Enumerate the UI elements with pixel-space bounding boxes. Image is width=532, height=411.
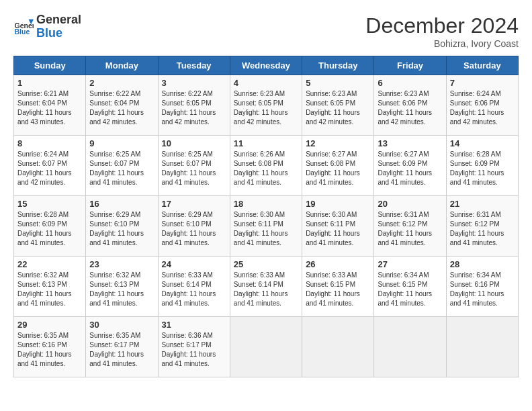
calendar-day-cell: 7 Sunrise: 6:24 AMSunset: 6:06 PMDayligh… [446,75,518,136]
day-info: Sunrise: 6:33 AMSunset: 6:15 PMDaylight:… [306,271,370,308]
day-info: Sunrise: 6:28 AMSunset: 6:09 PMDaylight:… [450,150,515,187]
calendar-week-row: 22 Sunrise: 6:32 AMSunset: 6:13 PMDaylig… [14,257,519,317]
calendar-day-cell: 22 Sunrise: 6:32 AMSunset: 6:13 PMDaylig… [14,257,86,317]
day-number: 16 [89,199,154,209]
calendar-day-cell: 10 Sunrise: 6:25 AMSunset: 6:07 PMDaylig… [158,136,230,196]
calendar-day-cell: 17 Sunrise: 6:29 AMSunset: 6:10 PMDaylig… [158,196,230,257]
calendar-table: SundayMondayTuesdayWednesdayThursdayFrid… [13,56,519,377]
day-info: Sunrise: 6:25 AMSunset: 6:07 PMDaylight:… [162,150,226,187]
day-info: Sunrise: 6:22 AMSunset: 6:04 PMDaylight:… [89,89,154,127]
calendar-day-cell [230,317,302,377]
calendar-day-cell: 11 Sunrise: 6:26 AMSunset: 6:08 PMDaylig… [230,136,302,196]
calendar-day-cell: 6 Sunrise: 6:23 AMSunset: 6:06 PMDayligh… [374,75,446,136]
day-info: Sunrise: 6:29 AMSunset: 6:10 PMDaylight:… [89,210,154,248]
day-number: 28 [450,259,515,269]
logo-icon: General Blue [13,17,34,37]
day-info: Sunrise: 6:28 AMSunset: 6:09 PMDaylight:… [17,210,82,248]
day-info: Sunrise: 6:34 AMSunset: 6:16 PMDaylight:… [450,271,515,308]
day-number: 24 [162,259,226,269]
day-info: Sunrise: 6:22 AMSunset: 6:05 PMDaylight:… [162,89,226,127]
day-number: 5 [306,78,370,88]
calendar-day-cell: 21 Sunrise: 6:31 AMSunset: 6:12 PMDaylig… [446,196,518,257]
logo-name: General Blue [36,13,81,40]
day-number: 13 [378,138,442,148]
day-info: Sunrise: 6:30 AMSunset: 6:11 PMDaylight:… [234,210,298,248]
day-info: Sunrise: 6:31 AMSunset: 6:12 PMDaylight:… [450,210,515,248]
day-number: 20 [378,199,442,209]
calendar-day-cell: 16 Sunrise: 6:29 AMSunset: 6:10 PMDaylig… [86,196,158,257]
day-info: Sunrise: 6:27 AMSunset: 6:08 PMDaylight:… [306,150,370,187]
day-number: 1 [17,78,82,88]
calendar-body: 1 Sunrise: 6:21 AMSunset: 6:04 PMDayligh… [14,75,519,377]
calendar-day-cell: 8 Sunrise: 6:24 AMSunset: 6:07 PMDayligh… [14,136,86,196]
day-info: Sunrise: 6:21 AMSunset: 6:04 PMDaylight:… [17,89,82,127]
day-number: 18 [234,199,298,209]
day-number: 19 [306,199,370,209]
day-number: 14 [450,138,515,148]
calendar-day-cell: 1 Sunrise: 6:21 AMSunset: 6:04 PMDayligh… [14,75,86,136]
svg-text:Blue: Blue [15,27,30,35]
calendar-day-cell: 13 Sunrise: 6:27 AMSunset: 6:09 PMDaylig… [374,136,446,196]
calendar-day-cell: 25 Sunrise: 6:33 AMSunset: 6:14 PMDaylig… [230,257,302,317]
calendar-day-cell: 18 Sunrise: 6:30 AMSunset: 6:11 PMDaylig… [230,196,302,257]
day-info: Sunrise: 6:25 AMSunset: 6:07 PMDaylight:… [89,150,154,187]
calendar-day-cell: 19 Sunrise: 6:30 AMSunset: 6:11 PMDaylig… [302,196,374,257]
day-info: Sunrise: 6:24 AMSunset: 6:06 PMDaylight:… [450,89,515,127]
day-number: 8 [17,138,82,148]
day-number: 30 [89,320,154,330]
day-info: Sunrise: 6:23 AMSunset: 6:06 PMDaylight:… [378,89,442,127]
day-info: Sunrise: 6:26 AMSunset: 6:08 PMDaylight:… [234,150,298,187]
calendar-day-cell: 4 Sunrise: 6:23 AMSunset: 6:05 PMDayligh… [230,75,302,136]
day-number: 6 [378,78,442,88]
calendar-day-cell: 3 Sunrise: 6:22 AMSunset: 6:05 PMDayligh… [158,75,230,136]
calendar-day-cell: 15 Sunrise: 6:28 AMSunset: 6:09 PMDaylig… [14,196,86,257]
day-number: 7 [450,78,515,88]
day-number: 27 [378,259,442,269]
day-number: 9 [89,138,154,148]
calendar-week-row: 8 Sunrise: 6:24 AMSunset: 6:07 PMDayligh… [14,136,519,196]
day-number: 21 [450,199,515,209]
day-info: Sunrise: 6:30 AMSunset: 6:11 PMDaylight:… [306,210,370,248]
calendar-week-row: 1 Sunrise: 6:21 AMSunset: 6:04 PMDayligh… [14,75,519,136]
day-info: Sunrise: 6:34 AMSunset: 6:15 PMDaylight:… [378,271,442,308]
day-info: Sunrise: 6:36 AMSunset: 6:17 PMDaylight:… [162,331,226,369]
day-number: 23 [89,259,154,269]
day-number: 31 [162,320,226,330]
day-of-week-header: Sunday [14,56,86,75]
calendar-day-cell: 14 Sunrise: 6:28 AMSunset: 6:09 PMDaylig… [446,136,518,196]
day-info: Sunrise: 6:23 AMSunset: 6:05 PMDaylight:… [234,89,298,127]
day-number: 17 [162,199,226,209]
calendar-day-cell: 23 Sunrise: 6:32 AMSunset: 6:13 PMDaylig… [86,257,158,317]
calendar-week-row: 15 Sunrise: 6:28 AMSunset: 6:09 PMDaylig… [14,196,519,257]
day-info: Sunrise: 6:33 AMSunset: 6:14 PMDaylight:… [162,271,226,308]
day-info: Sunrise: 6:27 AMSunset: 6:09 PMDaylight:… [378,150,442,187]
page-header: General Blue General Blue December 2024 … [13,13,519,49]
day-info: Sunrise: 6:35 AMSunset: 6:16 PMDaylight:… [17,331,82,369]
calendar-week-row: 29 Sunrise: 6:35 AMSunset: 6:16 PMDaylig… [14,317,519,377]
logo: General Blue General Blue [13,13,81,40]
day-of-week-header: Monday [86,56,158,75]
day-of-week-header: Tuesday [158,56,230,75]
day-info: Sunrise: 6:31 AMSunset: 6:12 PMDaylight:… [378,210,442,248]
day-info: Sunrise: 6:29 AMSunset: 6:10 PMDaylight:… [162,210,226,248]
day-info: Sunrise: 6:33 AMSunset: 6:14 PMDaylight:… [234,271,298,308]
day-number: 3 [162,78,226,88]
day-of-week-header: Wednesday [230,56,302,75]
title-block: December 2024 Bohizra, Ivory Coast [365,13,519,49]
day-info: Sunrise: 6:32 AMSunset: 6:13 PMDaylight:… [89,271,154,308]
calendar-day-cell: 26 Sunrise: 6:33 AMSunset: 6:15 PMDaylig… [302,257,374,317]
day-number: 29 [17,320,82,330]
day-info: Sunrise: 6:23 AMSunset: 6:05 PMDaylight:… [306,89,370,127]
day-info: Sunrise: 6:24 AMSunset: 6:07 PMDaylight:… [17,150,82,187]
calendar-day-cell: 28 Sunrise: 6:34 AMSunset: 6:16 PMDaylig… [446,257,518,317]
calendar-day-cell [446,317,518,377]
day-number: 25 [234,259,298,269]
calendar-day-cell: 12 Sunrise: 6:27 AMSunset: 6:08 PMDaylig… [302,136,374,196]
day-number: 26 [306,259,370,269]
calendar-day-cell: 2 Sunrise: 6:22 AMSunset: 6:04 PMDayligh… [86,75,158,136]
calendar-day-cell: 20 Sunrise: 6:31 AMSunset: 6:12 PMDaylig… [374,196,446,257]
calendar-day-cell: 24 Sunrise: 6:33 AMSunset: 6:14 PMDaylig… [158,257,230,317]
day-number: 22 [17,259,82,269]
calendar-day-cell: 29 Sunrise: 6:35 AMSunset: 6:16 PMDaylig… [14,317,86,377]
day-number: 10 [162,138,226,148]
